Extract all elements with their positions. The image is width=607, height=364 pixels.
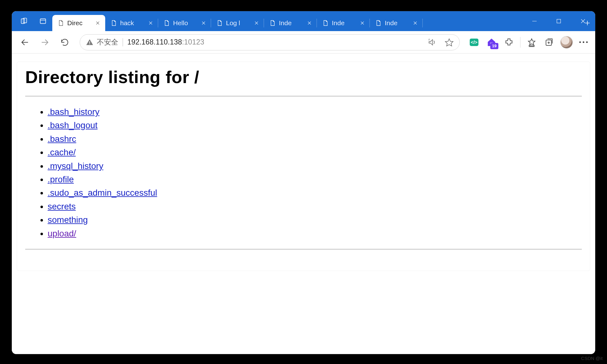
browser-window: DirechackHelloLog lIndeIndeInde bbox=[12, 11, 595, 354]
rule bbox=[25, 249, 582, 250]
file-link[interactable]: .profile bbox=[48, 175, 74, 184]
rule bbox=[25, 96, 582, 96]
favorite-star-icon[interactable] bbox=[445, 38, 454, 47]
back-button[interactable] bbox=[16, 34, 34, 51]
tab[interactable]: hack bbox=[105, 15, 158, 31]
title-bar: DirechackHelloLog lIndeIndeInde bbox=[12, 11, 595, 31]
close-tab-button[interactable] bbox=[252, 19, 261, 27]
toolbar: 不安全 192.168.110.138:10123 A bbox=[12, 31, 595, 54]
file-link[interactable]: secrets bbox=[48, 202, 76, 211]
document-icon bbox=[57, 19, 64, 27]
tab[interactable]: Inde bbox=[317, 15, 370, 31]
shopping-extension-icon[interactable]: 19 bbox=[483, 34, 500, 50]
read-aloud-icon[interactable]: A bbox=[427, 38, 436, 47]
extensions-icon[interactable] bbox=[501, 34, 517, 50]
svg-text:A: A bbox=[428, 38, 430, 41]
list-item: .cache/ bbox=[48, 146, 582, 159]
tab[interactable]: Inde bbox=[370, 15, 423, 31]
tab-strip: DirechackHelloLog lIndeIndeInde bbox=[52, 11, 580, 31]
list-item: .bashrc bbox=[48, 132, 582, 146]
tab-label: hack bbox=[120, 19, 143, 27]
devtools-extension-icon[interactable]: </> bbox=[466, 34, 482, 50]
minimize-button[interactable] bbox=[522, 11, 547, 31]
separator bbox=[123, 38, 123, 46]
tab[interactable]: Direc bbox=[52, 15, 105, 31]
file-link[interactable]: .cache/ bbox=[48, 147, 76, 157]
document-icon bbox=[375, 19, 382, 27]
profile-avatar[interactable] bbox=[558, 34, 575, 50]
document-icon bbox=[110, 19, 117, 27]
not-secure-label: 不安全 bbox=[97, 37, 118, 47]
tab-label: Log l bbox=[226, 19, 249, 27]
list-item: .mysql_history bbox=[48, 159, 582, 173]
close-tab-button[interactable] bbox=[146, 19, 155, 27]
tab[interactable]: Inde bbox=[264, 15, 317, 31]
maximize-button[interactable] bbox=[547, 11, 571, 31]
close-tab-button[interactable] bbox=[358, 19, 367, 27]
document-icon bbox=[216, 19, 223, 27]
page-content: Directory listing for / .bash_history.ba… bbox=[17, 62, 590, 271]
file-listing: .bash_history.bash_logout.bashrc.cache/.… bbox=[25, 105, 582, 240]
file-link[interactable]: .bash_logout bbox=[48, 120, 97, 130]
file-link[interactable]: .sudo_as_admin_successful bbox=[48, 188, 157, 198]
list-item: .sudo_as_admin_successful bbox=[48, 186, 582, 199]
warning-icon bbox=[86, 38, 94, 46]
collections-icon[interactable] bbox=[541, 34, 557, 50]
list-item: .bash_logout bbox=[48, 119, 582, 132]
tab-overview-icon[interactable] bbox=[34, 11, 52, 31]
page-title: Directory listing for / bbox=[25, 67, 582, 87]
svg-marker-31 bbox=[528, 39, 535, 45]
svg-marker-29 bbox=[445, 39, 453, 46]
svg-rect-26 bbox=[89, 41, 90, 43]
tab-label: Inde bbox=[332, 19, 355, 27]
separator bbox=[520, 37, 520, 48]
close-tab-button[interactable] bbox=[199, 19, 208, 27]
file-link[interactable]: upload/ bbox=[48, 229, 76, 238]
window-controls bbox=[522, 11, 595, 31]
document-icon bbox=[269, 19, 276, 27]
url-text: 192.168.110.138:10123 bbox=[127, 38, 204, 46]
favorites-list-icon[interactable] bbox=[524, 34, 540, 50]
file-link[interactable]: .bashrc bbox=[48, 134, 76, 144]
list-item: upload/ bbox=[48, 227, 582, 240]
tab-label: Inde bbox=[279, 19, 302, 27]
tab-label: Direc bbox=[67, 19, 90, 27]
tab-label: Hello bbox=[173, 19, 196, 27]
tab-label: Inde bbox=[385, 19, 408, 27]
site-security-indicator[interactable]: 不安全 bbox=[86, 37, 118, 47]
list-item: .profile bbox=[48, 173, 582, 186]
workspaces-icon[interactable] bbox=[15, 11, 34, 31]
document-icon bbox=[322, 19, 329, 27]
file-link[interactable]: something bbox=[48, 215, 88, 225]
reload-button[interactable] bbox=[56, 34, 73, 51]
svg-rect-2 bbox=[40, 19, 45, 23]
list-item: secrets bbox=[48, 200, 582, 213]
viewport[interactable]: Directory listing for / .bash_history.ba… bbox=[12, 54, 595, 354]
document-icon bbox=[163, 19, 170, 27]
tab[interactable]: Log l bbox=[211, 15, 264, 31]
file-link[interactable]: .mysql_history bbox=[48, 161, 103, 171]
close-window-button[interactable] bbox=[571, 11, 595, 31]
close-tab-button[interactable] bbox=[305, 19, 314, 27]
address-bar[interactable]: 不安全 192.168.110.138:10123 A bbox=[80, 34, 460, 50]
settings-menu-button[interactable] bbox=[576, 35, 591, 50]
svg-rect-21 bbox=[557, 19, 561, 23]
forward-button[interactable] bbox=[36, 34, 54, 51]
list-item: something bbox=[48, 213, 582, 226]
watermark: CSDN @it bbox=[581, 356, 603, 361]
svg-rect-27 bbox=[89, 44, 90, 44]
list-item: .bash_history bbox=[48, 105, 582, 119]
extension-badge: 19 bbox=[490, 43, 498, 49]
toolbar-actions: </> 19 bbox=[466, 34, 591, 50]
tab[interactable]: Hello bbox=[158, 15, 211, 31]
close-tab-button[interactable] bbox=[411, 19, 420, 27]
close-tab-button[interactable] bbox=[93, 19, 102, 27]
file-link[interactable]: .bash_history bbox=[48, 107, 100, 117]
avatar-image bbox=[560, 36, 573, 49]
